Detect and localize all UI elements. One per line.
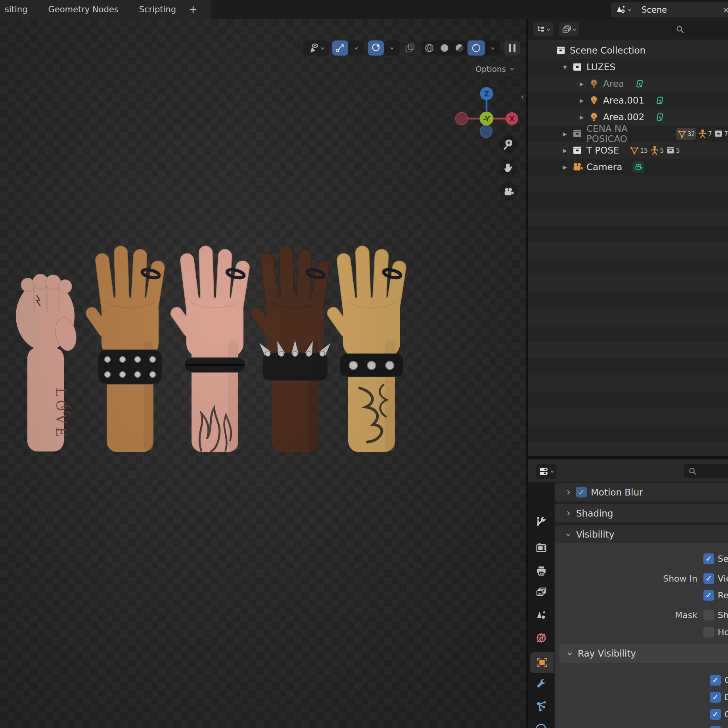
- chevron-right-icon[interactable]: [564, 510, 572, 517]
- proportional-editing-toggle[interactable]: [332, 40, 348, 56]
- scene-name-value[interactable]: Scene: [635, 5, 722, 15]
- disclosure-right-icon[interactable]: ▶: [561, 148, 569, 154]
- shading-dropdown[interactable]: [486, 45, 499, 51]
- panel-visibility-header[interactable]: Visibility: [555, 525, 728, 543]
- scene-selector[interactable]: Scene ×: [611, 2, 728, 18]
- visibility-row-Se[interactable]: ✓Se: [703, 553, 728, 564]
- properties-tab-modifier[interactable]: [528, 674, 554, 694]
- badge-mesh[interactable]: 15: [629, 145, 648, 156]
- outliner-row-scene-collection[interactable]: Scene Collection: [528, 42, 728, 59]
- outliner-item-label[interactable]: Camera: [586, 162, 622, 172]
- motion-blur-checkbox[interactable]: ✓: [576, 487, 587, 497]
- outliner-item-label[interactable]: Area: [603, 79, 624, 89]
- badge-armature[interactable]: 5: [649, 145, 664, 156]
- ray-visibility-row-D[interactable]: ✓D: [710, 692, 728, 703]
- ray-visibility-row-C[interactable]: ✓C: [710, 674, 728, 686]
- properties-search-input[interactable]: [684, 464, 728, 478]
- badge-boxgray[interactable]: 5: [665, 145, 680, 156]
- checkbox[interactable]: ✓: [703, 590, 714, 601]
- visibility-row-Ho[interactable]: Ho: [703, 626, 728, 638]
- properties-tab-particles[interactable]: [528, 696, 554, 717]
- pan-view-button[interactable]: [499, 159, 517, 177]
- properties-editor-type-dropdown[interactable]: [536, 464, 556, 479]
- proportional-editing-dropdown[interactable]: [348, 40, 364, 56]
- properties-tab-world[interactable]: [528, 628, 554, 648]
- snapping-dropdown[interactable]: [384, 40, 400, 56]
- editor-type-dropdown[interactable]: [533, 22, 554, 36]
- outliner-row-camera[interactable]: ▶Camera: [528, 159, 728, 175]
- badge-mesh[interactable]: 32: [676, 128, 696, 140]
- outliner-item-label[interactable]: T POSE: [586, 145, 619, 156]
- display-mode-dropdown[interactable]: [559, 22, 579, 36]
- ray-visibility-row-G[interactable]: ✓G: [710, 709, 728, 720]
- properties-tab-tool[interactable]: [528, 511, 554, 532]
- shading-rendered-button[interactable]: [467, 40, 485, 56]
- outliner-item-label[interactable]: CENA NA POSICAO: [586, 123, 666, 144]
- viewport-3d[interactable]: LOVE: [0, 19, 526, 728]
- panel-ray-visibility-header[interactable]: Ray Visibility: [559, 644, 728, 663]
- properties-tab-viewlayer[interactable]: [528, 582, 554, 603]
- hand-2-open[interactable]: [84, 246, 166, 452]
- badge-arealight[interactable]: [655, 112, 665, 122]
- checkbox[interactable]: ✓: [703, 573, 714, 584]
- shading-material-button[interactable]: [452, 42, 467, 54]
- snapping-toggle[interactable]: [368, 40, 384, 56]
- properties-tab-scene[interactable]: [528, 605, 554, 626]
- outliner-row-area[interactable]: ▶Area: [528, 75, 728, 92]
- disclosure-right-icon[interactable]: ▶: [561, 131, 569, 137]
- select-visibility-dropdown[interactable]: [303, 40, 330, 56]
- tab-compositing[interactable]: siting: [0, 5, 38, 14]
- disclosure-right-icon[interactable]: ▶: [578, 81, 586, 87]
- checkbox[interactable]: ✓: [710, 709, 721, 720]
- checkbox[interactable]: ✓: [710, 692, 721, 703]
- hand-4-open[interactable]: [249, 246, 333, 452]
- properties-tab-physics[interactable]: [528, 720, 554, 728]
- gizmo-neg-x-axis[interactable]: [456, 113, 468, 125]
- properties-tab-object[interactable]: [530, 652, 554, 673]
- outliner-item-label[interactable]: Area.001: [603, 95, 644, 106]
- checkbox[interactable]: ✓: [710, 675, 721, 686]
- visibility-row-Vie[interactable]: ✓Vie: [703, 573, 728, 584]
- outliner-row-luzes[interactable]: ▼LUZES: [528, 59, 728, 75]
- chevron-right-icon[interactable]: [564, 489, 572, 496]
- checkbox[interactable]: [703, 610, 714, 620]
- tab-geometry-nodes[interactable]: Geometry Nodes: [38, 5, 128, 14]
- scene-unlink-icon[interactable]: ×: [722, 5, 728, 15]
- outliner-row-t-pose[interactable]: ▶T POSE1555: [528, 142, 728, 159]
- shading-wireframe-button[interactable]: [422, 42, 437, 54]
- disclosure-right-icon[interactable]: ▶: [561, 164, 569, 170]
- zoom-view-button[interactable]: [499, 135, 517, 153]
- outliner-item-label[interactable]: Scene Collection: [570, 45, 646, 56]
- ray-visibility-row-partial[interactable]: ✓: [710, 726, 721, 728]
- checkbox[interactable]: [703, 627, 714, 638]
- outliner-row-area-002[interactable]: ▶Area.002: [528, 109, 728, 125]
- outliner-item-label[interactable]: Area.002: [603, 112, 644, 122]
- checkbox[interactable]: ✓: [703, 553, 714, 564]
- badge-arealight[interactable]: [655, 95, 665, 106]
- outliner-item-label[interactable]: LUZES: [586, 62, 615, 72]
- panel-shading[interactable]: Shading: [555, 504, 728, 522]
- outliner-row-cena-na-posicao[interactable]: ▶CENA NA POSICAO3277: [528, 125, 728, 142]
- tab-scripting[interactable]: Scripting: [129, 5, 186, 14]
- editor-divider[interactable]: [528, 456, 728, 459]
- hand-3-open[interactable]: [169, 246, 251, 452]
- disclosure-right-icon[interactable]: ▶: [578, 114, 586, 120]
- disclosure-right-icon[interactable]: ▶: [578, 98, 586, 104]
- disclosure-down-icon[interactable]: ▼: [561, 64, 569, 70]
- pause-render-button[interactable]: [504, 40, 520, 56]
- xray-toggle[interactable]: [402, 40, 418, 56]
- chevron-down-icon[interactable]: [564, 531, 572, 538]
- badge-cameradata[interactable]: [632, 161, 644, 173]
- shading-solid-button[interactable]: [437, 42, 452, 54]
- badge-arealight[interactable]: [634, 79, 645, 89]
- checkbox[interactable]: ✓: [710, 726, 721, 728]
- outliner-row-area-001[interactable]: ▶Area.001: [528, 92, 728, 109]
- hand-1-fist[interactable]: LOVE: [16, 274, 79, 451]
- visibility-row-Sh[interactable]: Sh: [703, 609, 728, 620]
- outliner-search-input[interactable]: [671, 22, 728, 36]
- camera-view-button[interactable]: [499, 182, 517, 201]
- add-workspace-button[interactable]: +: [186, 3, 204, 16]
- badge-boxgray[interactable]: 7: [713, 129, 728, 139]
- properties-tab-output[interactable]: [528, 561, 554, 581]
- hand-5-open[interactable]: [325, 246, 407, 452]
